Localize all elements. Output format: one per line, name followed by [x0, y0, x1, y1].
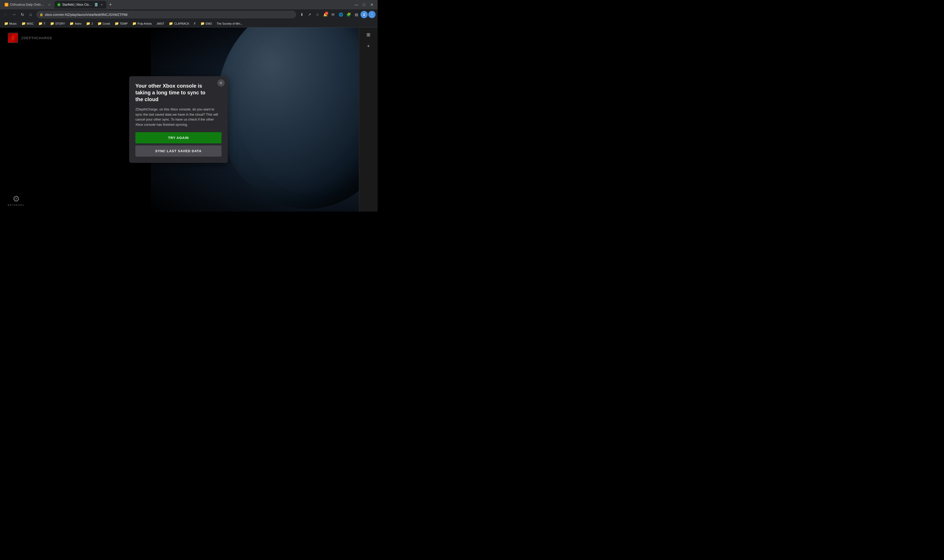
extensions-icon[interactable]: 🧩 [345, 11, 352, 18]
bookmark-label: Covid [103, 22, 110, 25]
bookmark-clapback[interactable]: 📁 CLAPBACK [167, 21, 191, 26]
bookmark-pulp-artists[interactable]: 📁 Pulp Artists [130, 21, 154, 26]
tab-title-1: Chihuahua Daily Online Word P... [10, 3, 45, 6]
folder-icon: 📁 [22, 22, 26, 25]
tab-chihuahua[interactable]: C Chihuahua Daily Online Word P... ✕ [2, 1, 54, 9]
bookmark-label: The Society of Min... [217, 22, 242, 25]
bookmark-label: JWST [156, 22, 164, 25]
browser-chrome: C Chihuahua Daily Online Word P... ✕ ⊠ S… [0, 0, 377, 28]
bookmark-covid[interactable]: 📁 Covid [95, 21, 112, 26]
bookmark-label: F [194, 22, 196, 25]
sync-last-saved-button[interactable]: SYNC LAST SAVED DATA [136, 145, 222, 157]
folder-icon: 📁 [50, 22, 54, 25]
folder-icon: 📁 [86, 22, 90, 25]
close-icon: ✕ [219, 81, 223, 85]
dialog-close-button[interactable]: ✕ [217, 79, 225, 86]
tab-close-1[interactable]: ✕ [47, 3, 51, 7]
badge-count: 19 [325, 11, 328, 15]
dialog-body: ZDepthCharge, on this Xbox console, do y… [136, 107, 222, 127]
address-text: xbox.com/en-NZ/play/launch/starfield/9NC… [45, 13, 128, 17]
folder-icon: 📁 [97, 22, 102, 25]
bookmarks-bar: 📁 Music 📁 MISC 📁 T 📁 STORY 📁 Astro 📁 J 📁… [0, 20, 377, 28]
share-icon[interactable]: ↗ [306, 11, 313, 18]
bookmark-label: Astro [75, 22, 82, 25]
profile-icon[interactable]: Z [360, 11, 368, 18]
bookmark-label: MISC [27, 22, 34, 25]
dialog-title: Your other Xbox console is taking a long… [136, 82, 214, 103]
folder-icon: 📁 [115, 22, 119, 25]
folder-icon: 📁 [4, 22, 8, 25]
tab-xbox[interactable]: ⊠ Starfield | Xbox Cloud Gamin... 🔊 ✕ [54, 1, 106, 9]
folder-icon: 📁 [169, 22, 173, 25]
bookmark-j[interactable]: 📁 J [84, 21, 95, 26]
maximize-button[interactable]: □ [360, 1, 368, 8]
folder-icon: 📁 [200, 22, 205, 25]
close-button[interactable]: ✕ [368, 1, 376, 8]
window-controls: — □ ✕ [353, 1, 376, 8]
bookmark-label: CLAPBACK [174, 22, 189, 25]
reload-button[interactable]: ↻ [18, 11, 26, 18]
bookmark-story[interactable]: 📁 STORY [48, 21, 67, 26]
download-icon[interactable]: ⬇ [298, 11, 305, 18]
content-area: ZDEPTHCHARGE ⚙ BETHESDA ⊞ + ✕ Your other… [0, 28, 377, 212]
bookmark-label: STORY [55, 22, 65, 25]
vpn-icon[interactable]: 🌐 [337, 11, 344, 18]
bookmark-label: Music [9, 22, 17, 25]
tab-favicon-1: C [5, 3, 8, 6]
back-button[interactable]: ← [2, 11, 9, 18]
sync-dialog: ✕ Your other Xbox console is taking a lo… [129, 76, 228, 163]
folder-icon: 📁 [69, 22, 74, 25]
bookmark-emd[interactable]: 📁 EMD [199, 21, 214, 26]
lock-icon: 🔒 [39, 13, 43, 16]
try-again-button[interactable]: TRY AGAIN [136, 132, 222, 143]
bookmark-label: EMD [206, 22, 212, 25]
tab-bar: C Chihuahua Daily Online Word P... ✕ ⊠ S… [0, 0, 377, 9]
minimize-button[interactable]: — [353, 1, 360, 8]
bookmark-t[interactable]: 📁 T [36, 21, 48, 26]
bookmark-star-icon[interactable]: ☆ [314, 11, 321, 18]
more-button[interactable]: ⋮ [368, 11, 376, 18]
new-tab-button[interactable]: + [107, 1, 114, 8]
folder-icon: 📁 [132, 22, 136, 25]
tab-favicon-2: ⊠ [57, 3, 61, 6]
address-bar[interactable]: 🔒 xbox.com/en-NZ/play/launch/starfield/9… [36, 11, 296, 18]
mail-icon[interactable]: ✉ [330, 11, 337, 18]
bookmark-label: T [43, 22, 45, 25]
bookmark-temp[interactable]: 📁 TEMP [112, 21, 130, 26]
bookmark-misc[interactable]: 📁 MISC [20, 21, 36, 26]
forward-button[interactable]: → [10, 11, 18, 18]
bookmark-music[interactable]: 📁 Music [2, 21, 19, 26]
home-button[interactable]: ⌂ [27, 11, 34, 18]
bookmark-label: TEMP [120, 22, 128, 25]
sidebar-toggle-icon[interactable]: ▤ [353, 11, 360, 18]
speaker-icon: 🔊 [95, 3, 97, 6]
folder-icon: 📁 [38, 22, 43, 25]
bookmark-society[interactable]: The Society of Min... [214, 22, 245, 26]
tab-title-2: Starfield | Xbox Cloud Gamin... [62, 3, 92, 6]
bookmark-label: Pulp Artists [137, 22, 152, 25]
bookmark-jwst[interactable]: JWST [154, 22, 166, 26]
bookmark-label: J [91, 22, 93, 25]
bookmark-astro[interactable]: 📁 Astro [68, 21, 83, 26]
bookmark-f[interactable]: F [192, 22, 198, 26]
toolbar-icons: ⬇ ↗ ☆ 🔔 19 ✉ 🌐 🧩 ▤ Z ⋮ [298, 11, 376, 18]
dialog-overlay: ✕ Your other Xbox console is taking a lo… [0, 28, 377, 212]
tab-close-2[interactable]: ✕ [100, 3, 104, 7]
notification-badge[interactable]: 🔔 19 [322, 11, 329, 18]
toolbar: ← → ↻ ⌂ 🔒 xbox.com/en-NZ/play/launch/sta… [0, 9, 377, 20]
